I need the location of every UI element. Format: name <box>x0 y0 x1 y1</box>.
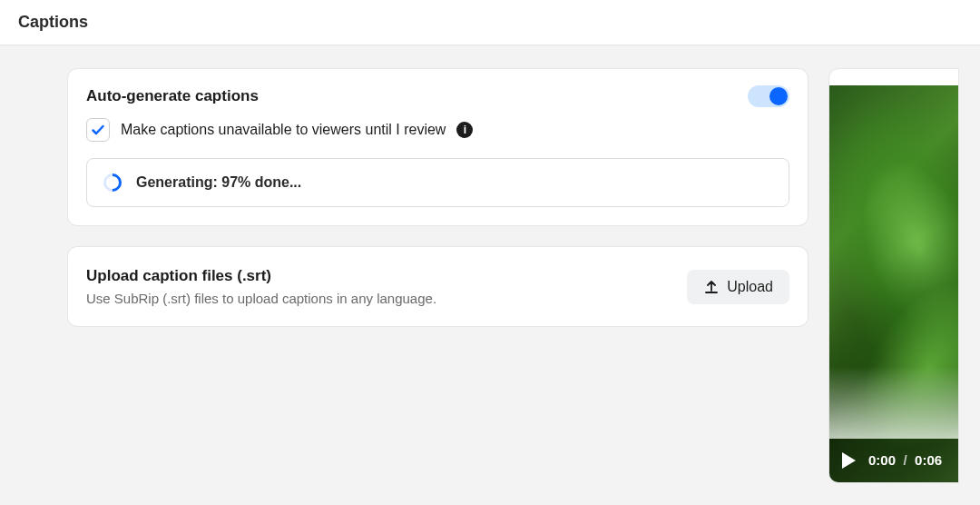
upload-icon <box>703 279 720 295</box>
check-icon <box>91 123 105 137</box>
spinner-icon <box>100 170 125 195</box>
page-title: Captions <box>18 13 962 32</box>
page-header: Captions <box>0 0 980 45</box>
video-preview[interactable]: 0:00 / 0:06 <box>829 85 958 482</box>
current-time: 0:00 <box>868 452 896 468</box>
review-label: Make captions unavailable to viewers unt… <box>121 122 446 138</box>
auto-generate-header: Auto-generate captions <box>86 85 789 107</box>
upload-button-label: Upload <box>727 279 773 295</box>
progress-box: Generating: 97% done... <box>86 158 789 207</box>
auto-generate-toggle[interactable] <box>748 85 789 107</box>
toggle-knob <box>769 87 788 105</box>
upload-title: Upload caption files (.srt) <box>86 267 436 285</box>
play-button[interactable] <box>842 452 856 469</box>
time-separator: / <box>903 452 906 468</box>
upload-card: Upload caption files (.srt) Use SubRip (… <box>68 247 808 326</box>
content-area: Auto-generate captions Make captions una… <box>0 45 980 505</box>
video-preview-card: 0:00 / 0:06 <box>829 69 958 482</box>
auto-generate-card: Auto-generate captions Make captions una… <box>68 69 808 225</box>
auto-generate-title: Auto-generate captions <box>86 87 259 105</box>
upload-button[interactable]: Upload <box>687 270 789 304</box>
video-gradient <box>829 366 958 439</box>
left-column: Auto-generate captions Make captions una… <box>68 69 808 482</box>
info-icon[interactable]: i <box>456 122 473 138</box>
upload-text-block: Upload caption files (.srt) Use SubRip (… <box>86 267 436 306</box>
video-controls: 0:00 / 0:06 <box>829 439 958 482</box>
upload-description: Use SubRip (.srt) files to upload captio… <box>86 291 436 306</box>
duration: 0:06 <box>915 452 942 468</box>
review-checkbox[interactable] <box>86 118 110 142</box>
video-time: 0:00 / 0:06 <box>868 452 942 469</box>
right-column: 0:00 / 0:06 <box>829 69 958 482</box>
review-row: Make captions unavailable to viewers unt… <box>86 118 789 142</box>
progress-text: Generating: 97% done... <box>136 174 301 191</box>
